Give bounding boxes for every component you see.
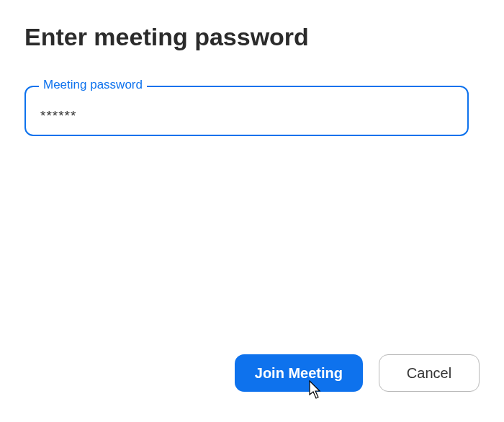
join-meeting-button[interactable]: Join Meeting (235, 354, 363, 392)
password-field-label: Meeting password (39, 78, 147, 92)
password-field-wrapper: Meeting password (24, 86, 469, 136)
meeting-password-input[interactable] (24, 86, 469, 136)
dialog-title: Enter meeting password (24, 23, 480, 51)
cancel-button[interactable]: Cancel (379, 354, 480, 392)
dialog-button-row: Join Meeting Cancel (235, 354, 480, 392)
